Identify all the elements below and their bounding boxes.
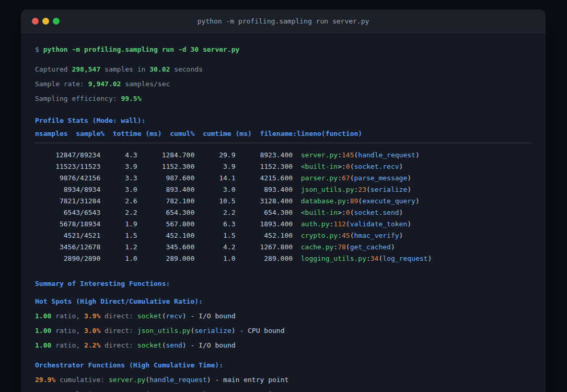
paren-open: (: [350, 174, 354, 182]
row-metrics: 9876/42156 3.3 987.600 14.1 4215.600: [35, 174, 301, 182]
line-number: 0: [346, 209, 350, 216]
filename: json_utils.py: [137, 327, 191, 335]
line-number: 67: [342, 174, 350, 182]
stat-row: 12847/89234 4.3 1284.700 29.9 8923.400 s…: [35, 149, 531, 161]
paren-close: ): [415, 151, 420, 159]
filename: server.py: [301, 151, 338, 159]
paren-open: (: [366, 186, 371, 193]
maximize-button-icon[interactable]: [53, 18, 60, 25]
stat-row: 7821/31284 2.6 782.100 10.5 3128.400 dat…: [35, 195, 531, 207]
paren-close: ): [182, 341, 187, 349]
filename: socket: [137, 312, 162, 320]
filename: logging_utils.py: [301, 255, 366, 262]
paren-close: ): [399, 232, 403, 239]
filename: parser.py: [301, 174, 338, 182]
function-name: handle_request: [358, 151, 415, 159]
hot-spots-heading: Hot Spots (High Direct/Cumulative Ratio)…: [35, 294, 531, 309]
filename: database.py: [301, 197, 346, 205]
capture-mid-label: samples in: [100, 65, 149, 73]
paren-close: ): [207, 376, 211, 384]
filename-bracket: >: [338, 209, 342, 216]
paren-open: (: [346, 243, 350, 251]
ratio-label: ratio,: [51, 312, 84, 320]
filename: crypto.py: [301, 232, 338, 239]
colon: :: [338, 232, 342, 239]
direct-label: direct:: [100, 341, 137, 349]
paren-close: ): [399, 163, 403, 170]
table-divider: [35, 143, 531, 143]
hot-spot-line: 1.00 ratio, 2.2% direct: socket(send) - …: [35, 338, 531, 353]
function-name: hmac_verify: [354, 232, 399, 239]
colon: :: [333, 243, 338, 251]
paren-close: ): [407, 186, 411, 193]
paren-close: ): [391, 243, 395, 251]
stat-row: 3456/12678 1.2 345.600 4.2 1267.800 cach…: [35, 241, 531, 253]
stat-row: 9876/42156 3.3 987.600 14.1 4215.600 par…: [35, 172, 531, 184]
colon: :: [342, 209, 346, 216]
ratio-value: 1.00: [35, 341, 51, 349]
paren-close: ): [182, 312, 187, 320]
colon: :: [342, 163, 346, 170]
paren-close: ): [427, 255, 432, 262]
row-metrics: 11523/11523 3.9 1152.300 3.9 1152.300: [35, 163, 301, 170]
capture-samples-value: 298,547: [72, 65, 100, 73]
filename: json_utils.py: [301, 186, 354, 193]
filename-bracket: >: [338, 163, 342, 170]
paren-open: (: [145, 376, 149, 384]
efficiency-value: 99.5%: [121, 95, 141, 102]
paren-open: (: [350, 232, 354, 239]
stat-row: 8934/8934 3.0 893.400 3.0 893.400 json_u…: [35, 184, 531, 195]
row-metrics: 5678/18934 1.9 567.800 6.3 1893.400: [35, 220, 301, 228]
row-metrics: 4521/4521 1.5 452.100 1.5 452.100: [35, 232, 301, 239]
traffic-lights: [32, 9, 60, 32]
ratio-value: 1.00: [35, 312, 51, 320]
stat-row: 6543/6543 2.2 654.300 2.2 654.300 <built…: [35, 207, 531, 218]
row-metrics: 3456/12678 1.2 345.600 4.2 1267.800: [35, 243, 301, 251]
hot-spot-note: - I/O bound: [187, 341, 236, 349]
capture-suffix-label: seconds: [170, 65, 203, 73]
paren-open: (: [162, 341, 166, 349]
orchestrator-list: 29.9% cumulative: server.py(handle_reque…: [35, 373, 531, 392]
window-title: python -m profiling.sampling run server.…: [198, 17, 369, 25]
function-name: send: [166, 341, 182, 349]
function-name: parse_message: [354, 174, 408, 182]
orchestrator-line: 14.1% cumulative: parser.py(parse_messag…: [35, 387, 531, 392]
paren-open: (: [162, 312, 166, 320]
paren-close: ): [232, 327, 236, 335]
stat-row: 5678/18934 1.9 567.800 6.3 1893.400 auth…: [35, 218, 531, 230]
colon: :: [346, 197, 350, 205]
orchestrator-heading: Orchestrator Functions (High Cumulative …: [35, 358, 531, 373]
efficiency-line: Sampling efficiency: 99.5%: [35, 91, 531, 106]
function-name: serialize: [194, 327, 231, 335]
function-name: handle_request: [149, 376, 207, 384]
hot-spots-list: 1.00 ratio, 3.9% direct: socket(recv) - …: [35, 309, 531, 353]
hot-spot-note: - CPU bound: [236, 327, 285, 335]
ratio-value: 1.00: [35, 327, 51, 335]
filename: auth.py: [301, 220, 330, 228]
colon: :: [366, 255, 371, 262]
direct-pct-value: 3.9%: [84, 312, 100, 320]
stat-row: 11523/11523 3.9 1152.300 3.9 1152.300 <b…: [35, 161, 531, 172]
direct-label: direct:: [100, 312, 137, 320]
direct-label: direct:: [100, 327, 137, 335]
ratio-label: ratio,: [51, 327, 84, 335]
orchestrator-note: - main entry point: [211, 376, 289, 384]
line-number: 0: [346, 163, 350, 170]
filename: <built-in: [301, 163, 338, 170]
close-button-icon[interactable]: [32, 18, 39, 25]
efficiency-label: Sampling efficiency:: [35, 95, 121, 102]
summary-heading: Summary of Interesting Functions:: [35, 276, 531, 291]
paren-close: ): [407, 220, 411, 228]
paren-close: ): [415, 197, 420, 205]
terminal-window: python -m profiling.sampling run server.…: [21, 9, 546, 392]
function-name: log_request: [383, 255, 427, 262]
minimize-button-icon[interactable]: [42, 18, 49, 25]
paren-open: (: [350, 163, 354, 170]
rate-label: Sample rate:: [35, 80, 88, 88]
ratio-label: ratio,: [51, 341, 84, 349]
direct-pct-value: 2.2%: [84, 341, 100, 349]
shell-prompt: $: [35, 45, 43, 53]
capture-label: Captured: [35, 65, 72, 73]
line-number: 78: [338, 243, 346, 251]
colon: :: [338, 174, 342, 182]
